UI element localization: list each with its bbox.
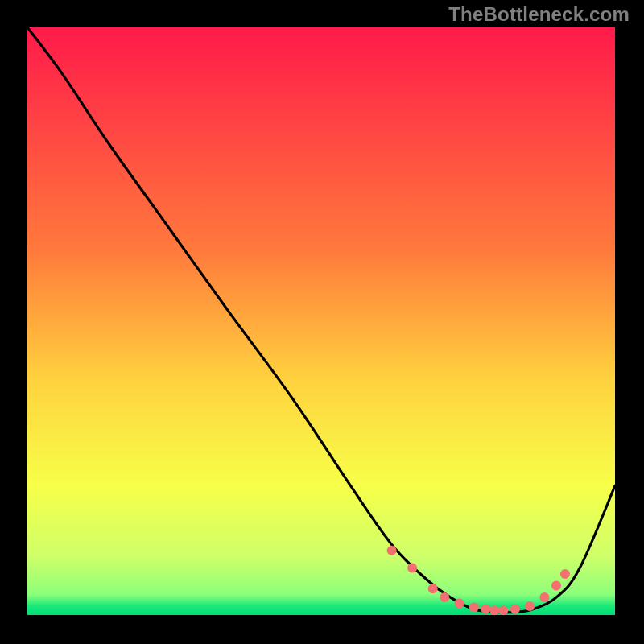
marker-dot [551,581,561,591]
marker-dot [387,546,397,555]
marker-dot [469,603,479,613]
watermark: TheBottleneck.com [448,3,630,26]
marker-dot [539,592,549,602]
marker-dot [440,592,449,602]
marker-dot [455,598,464,608]
marker-dot [407,564,417,573]
marker-dot [428,584,438,593]
marker-dot [525,601,535,611]
chart-frame: TheBottleneck.com [0,0,644,644]
plot-gradient-bg [27,27,615,615]
marker-dot [560,569,570,579]
marker-dot [489,605,499,615]
marker-dot [510,605,520,614]
marker-dot [498,605,508,615]
marker-dot [481,605,490,614]
chart-svg [0,0,644,644]
